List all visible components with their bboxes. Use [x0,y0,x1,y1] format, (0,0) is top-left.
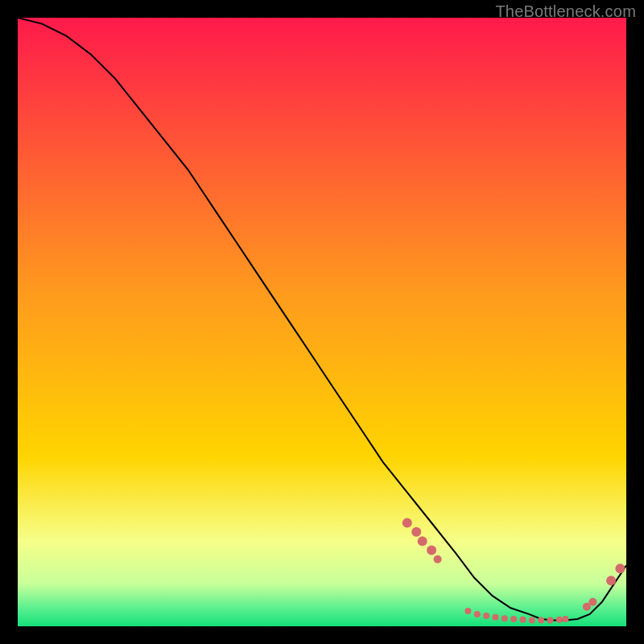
data-marker [427,546,436,555]
gradient-background [18,18,626,626]
data-marker [520,617,526,623]
data-marker [402,518,412,528]
data-marker [588,598,597,606]
chart-svg [18,18,626,626]
data-marker [538,617,544,623]
data-marker [418,536,427,546]
data-marker [411,527,421,537]
data-marker [493,614,499,621]
watermark-text: TheBottleneck.com [495,2,636,21]
data-marker [434,555,442,564]
data-marker [483,613,489,619]
data-marker [502,615,508,621]
plot-area [18,18,626,626]
data-marker [529,617,535,623]
data-marker [606,576,616,585]
chart-stage: TheBottleneck.com [0,0,644,644]
data-marker [547,617,554,623]
data-marker [474,611,481,617]
data-marker [510,616,517,622]
data-marker [615,564,625,573]
data-marker [464,608,471,614]
data-marker [556,617,563,623]
data-marker [562,616,568,622]
